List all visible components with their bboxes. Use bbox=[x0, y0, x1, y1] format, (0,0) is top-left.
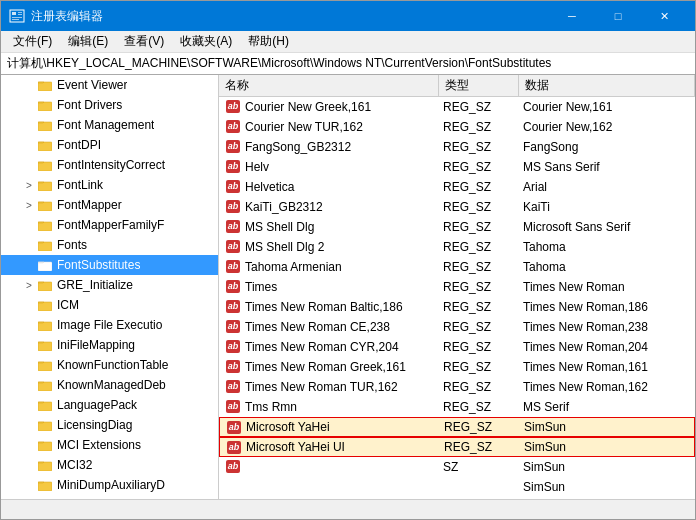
cell-type: REG_SZ bbox=[439, 140, 519, 154]
reg-icon: ab bbox=[223, 399, 243, 415]
folder-icon bbox=[37, 358, 53, 372]
tree-item[interactable]: MCI Extensions bbox=[1, 435, 218, 455]
tree-item-label: FontLink bbox=[57, 178, 103, 192]
menu-file[interactable]: 文件(F) bbox=[5, 31, 60, 52]
table-row[interactable]: abTimes New Roman TUR,162REG_SZTimes New… bbox=[219, 377, 695, 397]
folder-icon bbox=[37, 158, 53, 172]
close-button[interactable]: ✕ bbox=[641, 1, 687, 31]
expander-icon[interactable]: > bbox=[21, 200, 37, 211]
cell-data: Courier New,161 bbox=[519, 100, 695, 114]
folder-icon bbox=[37, 438, 53, 452]
tree-item[interactable]: FontSubstitutes bbox=[1, 255, 218, 275]
maximize-button[interactable]: □ bbox=[595, 1, 641, 31]
tree-item[interactable]: FontMapperFamilyF bbox=[1, 215, 218, 235]
folder-icon bbox=[37, 318, 53, 332]
table-row[interactable]: abHelveticaREG_SZArial bbox=[219, 177, 695, 197]
cell-name: abKaiTi_GB2312 bbox=[219, 199, 439, 215]
svg-rect-22 bbox=[38, 402, 52, 411]
svg-rect-12 bbox=[38, 202, 52, 211]
table-row[interactable]: abSZSimSun bbox=[219, 457, 695, 477]
app-icon bbox=[9, 8, 25, 24]
cell-data: SimSun bbox=[520, 420, 694, 434]
menu-favorites[interactable]: 收藏夹(A) bbox=[172, 31, 240, 52]
table-row[interactable]: abMS Shell Dlg 2REG_SZTahoma bbox=[219, 237, 695, 257]
cell-name: abHelv bbox=[219, 159, 439, 175]
cell-name: abTimes New Roman TUR,162 bbox=[219, 379, 439, 395]
table-row[interactable]: abFangSong_GB2312REG_SZFangSong bbox=[219, 137, 695, 157]
expander-icon[interactable]: > bbox=[21, 280, 37, 291]
cell-name: abHelvetica bbox=[219, 179, 439, 195]
tree-item-label: Font Management bbox=[57, 118, 154, 132]
table-row[interactable]: abHelvREG_SZMS Sans Serif bbox=[219, 157, 695, 177]
svg-rect-16 bbox=[38, 282, 52, 291]
table-row[interactable]: abCourier New Greek,161REG_SZCourier New… bbox=[219, 97, 695, 117]
tree-item[interactable]: LicensingDiag bbox=[1, 415, 218, 435]
tree-item-label: FontDPI bbox=[57, 138, 101, 152]
table-row[interactable]: abTimes New Roman Greek,161REG_SZTimes N… bbox=[219, 357, 695, 377]
tree-item[interactable]: FontDPI bbox=[1, 135, 218, 155]
menu-edit[interactable]: 编辑(E) bbox=[60, 31, 116, 52]
col-header-name[interactable]: 名称 bbox=[219, 75, 439, 96]
svg-rect-8 bbox=[38, 122, 52, 131]
tree-item[interactable]: > FontLink bbox=[1, 175, 218, 195]
tree-item[interactable]: Event Viewer bbox=[1, 75, 218, 95]
cell-name: abMS Shell Dlg bbox=[219, 219, 439, 235]
table-row[interactable]: abTimes New Roman Baltic,186REG_SZTimes … bbox=[219, 297, 695, 317]
cell-data: Tahoma bbox=[519, 260, 695, 274]
tree-item[interactable]: > GRE_Initialize bbox=[1, 275, 218, 295]
col-header-type[interactable]: 类型 bbox=[439, 75, 519, 96]
tree-item[interactable]: > FontMapper bbox=[1, 195, 218, 215]
tree-item[interactable]: MiniDumpAuxiliaryD bbox=[1, 475, 218, 495]
table-row[interactable]: abTimes New Roman CYR,204REG_SZTimes New… bbox=[219, 337, 695, 357]
table-row[interactable]: abTimes New Roman CE,238REG_SZTimes New … bbox=[219, 317, 695, 337]
cell-data: MS Serif bbox=[519, 400, 695, 414]
tree-item[interactable]: KnownFunctionTable bbox=[1, 355, 218, 375]
tree-item-label: IniFileMapping bbox=[57, 338, 135, 352]
tree-panel[interactable]: Event Viewer Font Drivers Font Managemen… bbox=[1, 75, 219, 499]
cell-name: abTimes New Roman CE,238 bbox=[219, 319, 439, 335]
tree-item-label: MCI32 bbox=[57, 458, 92, 472]
cell-type: REG_SZ bbox=[440, 420, 520, 434]
table-row[interactable]: abTimesREG_SZTimes New Roman bbox=[219, 277, 695, 297]
svg-rect-24 bbox=[38, 442, 52, 451]
window-title: 注册表编辑器 bbox=[31, 8, 549, 25]
tree-item[interactable]: MCI32 bbox=[1, 455, 218, 475]
cell-type: REG_SZ bbox=[439, 100, 519, 114]
menu-help[interactable]: 帮助(H) bbox=[240, 31, 297, 52]
col-header-data[interactable]: 数据 bbox=[519, 75, 695, 96]
table-row[interactable]: abMicrosoft YaHei UIREG_SZSimSun bbox=[219, 437, 695, 457]
tree-item[interactable]: Font Drivers bbox=[1, 95, 218, 115]
reg-icon: ab bbox=[224, 439, 244, 455]
minimize-button[interactable]: ─ bbox=[549, 1, 595, 31]
cell-type: REG_SZ bbox=[439, 400, 519, 414]
folder-icon bbox=[37, 78, 53, 92]
table-row[interactable]: abTms RmnREG_SZMS Serif bbox=[219, 397, 695, 417]
table-row[interactable]: abMicrosoft YaHeiREG_SZSimSun bbox=[219, 417, 695, 437]
tree-item[interactable]: Font Management bbox=[1, 115, 218, 135]
cell-name: abTimes New Roman CYR,204 bbox=[219, 339, 439, 355]
cell-name: abMS Shell Dlg 2 bbox=[219, 239, 439, 255]
cell-name: abTimes New Roman Baltic,186 bbox=[219, 299, 439, 315]
tree-item[interactable]: ICM bbox=[1, 295, 218, 315]
tree-item[interactable]: IniFileMapping bbox=[1, 335, 218, 355]
table-row[interactable]: abTahoma ArmenianREG_SZTahoma bbox=[219, 257, 695, 277]
tree-item[interactable]: Fonts bbox=[1, 235, 218, 255]
tree-item[interactable]: FontIntensityCorrect bbox=[1, 155, 218, 175]
table-row[interactable]: abMS Shell DlgREG_SZMicrosoft Sans Serif bbox=[219, 217, 695, 237]
tree-item[interactable]: KnownManagedDeb bbox=[1, 375, 218, 395]
reg-icon: ab bbox=[223, 279, 243, 295]
menu-view[interactable]: 查看(V) bbox=[116, 31, 172, 52]
table-row[interactable]: SimSun bbox=[219, 477, 695, 497]
table-row[interactable]: abKaiTi_GB2312REG_SZKaiTi bbox=[219, 197, 695, 217]
table-body[interactable]: abCourier New Greek,161REG_SZCourier New… bbox=[219, 97, 695, 499]
tree-item-label: Event Viewer bbox=[57, 78, 127, 92]
tree-item[interactable]: Image File Executio bbox=[1, 315, 218, 335]
svg-rect-23 bbox=[38, 422, 52, 431]
tree-item[interactable]: LanguagePack bbox=[1, 395, 218, 415]
svg-rect-5 bbox=[12, 19, 19, 20]
expander-icon[interactable]: > bbox=[21, 180, 37, 191]
table-row[interactable]: abCourier New TUR,162REG_SZCourier New,1… bbox=[219, 117, 695, 137]
folder-icon bbox=[37, 398, 53, 412]
svg-rect-6 bbox=[38, 82, 52, 91]
tree-item-label: Image File Executio bbox=[57, 318, 162, 332]
